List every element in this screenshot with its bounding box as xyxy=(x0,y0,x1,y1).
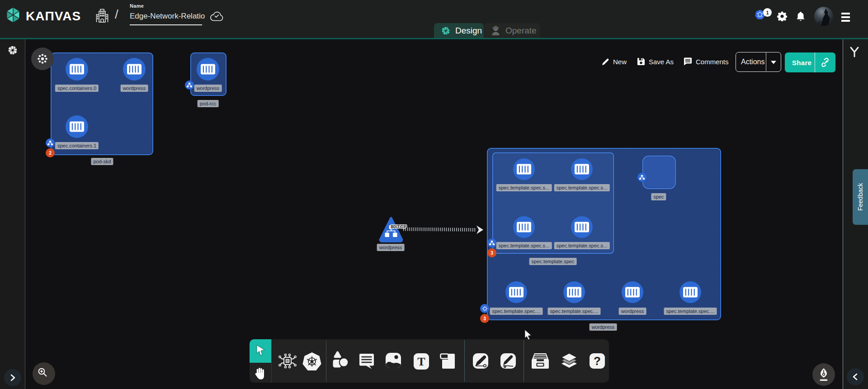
svg-text:?: ? xyxy=(594,354,601,368)
svg-text:T: T xyxy=(417,355,425,368)
